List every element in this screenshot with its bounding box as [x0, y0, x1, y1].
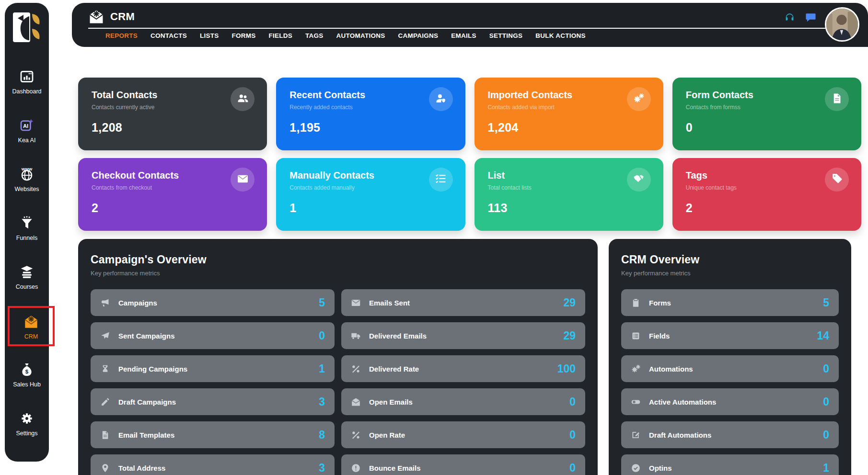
metric-value: 0 [823, 429, 829, 441]
metric-label: Optins [649, 464, 815, 472]
metric-value: 1 [823, 462, 829, 475]
gears-icon [633, 92, 645, 106]
page-title: CRM [110, 11, 135, 23]
stat-card-form-contacts: Form ContactsContacts from formss0 [672, 78, 861, 150]
sidebar-item-kea-ai[interactable]: AIKea AI [18, 118, 36, 144]
tab-fields[interactable]: FIELDS [269, 32, 293, 39]
panel-title: CRM Overview [621, 253, 839, 266]
sales-hub-icon: $ [19, 362, 35, 377]
handshake-icon [633, 173, 645, 187]
metric-label: Delivered Rate [369, 365, 549, 373]
metric-label: Automations [649, 365, 815, 373]
percent-icon [351, 430, 361, 440]
kea-logo [13, 12, 41, 42]
tab-settings[interactable]: SETTINGS [489, 32, 523, 39]
stat-card-subtitle: Unique contact tags [686, 184, 848, 191]
metric-value: 0 [569, 462, 576, 475]
stat-card-value: 113 [488, 201, 650, 215]
stat-card-recent-contacts: Recent ContactsRecently added contacts1,… [276, 78, 465, 150]
sidebar-item-label: Sales Hub [13, 381, 41, 388]
alert-circle-icon [351, 463, 361, 473]
avatar[interactable] [825, 7, 859, 42]
stat-card-icon-badge [825, 168, 849, 192]
metric-optins: Optins1 [621, 454, 839, 475]
stat-card-subtitle: Contacts from formss [686, 104, 848, 111]
stat-card-value: 1,208 [92, 121, 254, 135]
metric-label: Open Rate [369, 431, 561, 439]
stat-card-value: 2 [686, 201, 848, 215]
metric-label: Bounce Emails [369, 464, 561, 472]
truck-icon [351, 331, 361, 341]
metric-label: Delivered Emails [369, 332, 555, 340]
toggle-icon [631, 397, 641, 407]
stat-card-title: Form Contacts [686, 90, 848, 101]
metric-fields: Fields14 [621, 322, 839, 349]
sidebar-item-label: Websites [14, 186, 39, 192]
percent-icon [351, 364, 361, 374]
metric-emails-sent: Emails Sent29 [341, 289, 585, 316]
tab-forms[interactable]: FORMS [232, 32, 256, 39]
crm-app-icon [88, 9, 104, 25]
stat-card-title: Tags [686, 170, 848, 181]
sidebar-item-funnels[interactable]: Funnels [16, 215, 37, 241]
metric-value: 1 [319, 362, 325, 375]
stat-card-title: Manually Contacts [289, 170, 451, 181]
tab-reports[interactable]: REPORTS [105, 32, 138, 39]
metric-label: Forms [649, 299, 815, 307]
users-icon [237, 92, 249, 106]
stat-card-subtitle: Total contact lists [488, 184, 650, 191]
metric-value: 3 [319, 462, 325, 475]
tab-lists[interactable]: LISTS [200, 32, 219, 39]
stat-card-value: 1 [289, 201, 451, 215]
stat-cards-grid: Total ContactsContacts currently active1… [78, 78, 861, 231]
sidebar-item-label: Courses [16, 283, 38, 290]
sidebar-item-label: Funnels [16, 235, 37, 241]
file-icon [100, 430, 110, 440]
stat-card-value: 1,204 [488, 121, 650, 135]
dashboard-icon [19, 69, 35, 84]
panel-title: Campaign's Overview [91, 253, 585, 266]
metric-label: Draft Automations [649, 431, 815, 439]
sidebar-item-websites[interactable]: WWWWebsites [14, 167, 39, 192]
crm-icon [23, 314, 39, 329]
metric-value: 5 [823, 296, 829, 309]
stat-card-subtitle: Contacts added manually [289, 184, 451, 191]
svg-text:WWW: WWW [22, 167, 33, 171]
sidebar-item-settings[interactable]: Settings [16, 411, 37, 437]
courses-icon [19, 264, 35, 280]
metric-label: Campaigns [118, 299, 311, 307]
sidebar-item-label: Kea AI [18, 137, 36, 144]
stat-card-title: Recent Contacts [289, 90, 451, 101]
metric-active-automations: Active Automations0 [621, 388, 839, 415]
metric-delivered-rate: Delivered Rate100 [341, 355, 585, 382]
svg-text:AI: AI [23, 123, 28, 129]
headphones-icon[interactable] [784, 12, 795, 23]
sidebar-item-courses[interactable]: Courses [16, 264, 38, 290]
sidebar-item-crm[interactable]: CRM [8, 306, 55, 346]
chat-icon[interactable] [805, 12, 816, 23]
websites-icon: WWW [19, 167, 35, 182]
tab-emails[interactable]: EMAILS [451, 32, 476, 39]
pencil-icon [100, 397, 110, 407]
metric-bounce-emails: Bounce Emails0 [341, 454, 585, 475]
tab-bulk-actions[interactable]: BULK ACTIONS [535, 32, 586, 39]
stat-card-subtitle: Contacts added via import [488, 104, 650, 111]
metric-label: Pending Campaigns [118, 365, 311, 373]
metric-value: 29 [563, 296, 576, 309]
sidebar-item-dashboard[interactable]: Dashboard [12, 69, 41, 95]
tab-contacts[interactable]: CONTACTS [150, 32, 187, 39]
metric-value: 0 [569, 396, 576, 408]
sidebar-item-sales-hub[interactable]: $Sales Hub [13, 362, 41, 388]
envelope-icon [351, 298, 361, 308]
metric-label: Active Automations [649, 398, 815, 406]
tab-campaigns[interactable]: CAMPAIGNS [398, 32, 439, 39]
metric-draft-campaigns: Draft Campaigns3 [91, 388, 335, 415]
stat-card-icon-badge [627, 87, 651, 111]
stat-card-icon-badge [429, 168, 453, 192]
metric-value: 14 [817, 329, 829, 342]
metric-value: 0 [319, 329, 325, 342]
tab-tags[interactable]: TAGS [305, 32, 324, 39]
tab-automations[interactable]: AUTOMATIONS [336, 32, 385, 39]
topbar-icons [784, 12, 816, 23]
stat-card-list: ListTotal contact lists113 [475, 158, 663, 231]
